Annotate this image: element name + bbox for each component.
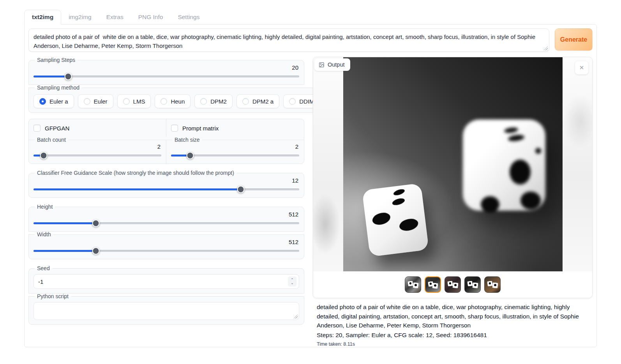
sampling-method-option[interactable]: Euler a (34, 94, 74, 108)
close-icon[interactable]: ✕ (575, 61, 588, 74)
tab-img2img[interactable]: img2img (61, 10, 99, 24)
batch-size-value: 2 (171, 143, 298, 150)
prompt-matrix-label: Prompt matrix (182, 125, 219, 132)
prompt-matrix-option: Prompt matrix (166, 119, 304, 137)
batch-size-label: Batch size (172, 137, 202, 143)
seed-group: Seed ⌃ ⌄ (28, 265, 304, 294)
prompt-box: detailed photo of a pair of white die on… (28, 28, 549, 52)
sampling-steps-label: Sampling Steps (35, 57, 78, 63)
prompt-input[interactable]: detailed photo of a pair of white die on… (29, 29, 549, 50)
radio-icon (123, 98, 130, 105)
generation-info: detailed photo of a pair of white die on… (313, 298, 593, 348)
gallery-thumbnails (313, 271, 592, 298)
radio-icon (200, 98, 207, 105)
tab-Extras[interactable]: Extras (99, 10, 131, 24)
width-label: Width (35, 231, 53, 237)
tab-bar: txt2imgimg2imgExtrasPNG InfoSettings (24, 9, 597, 24)
seed-input[interactable] (34, 274, 299, 288)
focused-die (362, 183, 429, 257)
caption-time: Time taken: 8.11s (317, 341, 590, 348)
caption-prompt: detailed photo of a pair of white die on… (317, 302, 590, 330)
sampling-steps-slider[interactable] (34, 72, 299, 80)
sd-webui-app: txt2imgimg2imgExtrasPNG InfoSettings det… (24, 9, 597, 347)
sampling-method-option[interactable]: LMS (117, 94, 151, 108)
sampling-method-option[interactable]: Euler (78, 94, 113, 108)
width-value: 512 (34, 239, 298, 246)
height-group: Height 512 (28, 204, 304, 232)
cfg-scale-slider[interactable] (34, 185, 299, 193)
tab-txt2img[interactable]: txt2img (24, 10, 61, 25)
cfg-scale-group: Classifier Free Guidance Scale (how stro… (28, 170, 304, 198)
seed-label: Seed (35, 265, 52, 271)
sampling-method-option[interactable]: DPM2 (194, 94, 233, 108)
radio-icon (84, 98, 90, 105)
gallery-thumbnail[interactable] (425, 276, 441, 293)
batch-size-group: Batch size 2 (166, 137, 304, 164)
height-value: 512 (34, 211, 298, 218)
radio-icon (289, 98, 296, 105)
gallery-thumbnail[interactable] (484, 276, 501, 293)
batch-count-label: Batch count (35, 137, 68, 143)
output-column: Output ✕ (313, 57, 593, 348)
height-label: Height (35, 204, 55, 210)
cfg-scale-label: Classifier Free Guidance Scale (how stro… (35, 170, 236, 176)
prompt-matrix-checkbox[interactable] (171, 125, 178, 132)
python-script-input[interactable] (34, 302, 299, 320)
gfpgan-label: GFPGAN (45, 125, 69, 132)
width-group: Width 512 (28, 231, 304, 259)
spinner-down-icon[interactable]: ⌄ (291, 281, 294, 285)
batch-size-slider[interactable] (171, 151, 299, 159)
gallery-thumbnail[interactable] (445, 276, 461, 293)
generate-button[interactable]: Generate (555, 28, 593, 51)
sampling-method-option[interactable]: Heun (155, 94, 191, 108)
radio-icon (39, 98, 46, 105)
sampling-method-option[interactable]: DPM2 a (236, 94, 279, 108)
cfg-scale-value: 12 (34, 177, 298, 184)
number-spinner[interactable]: ⌃ ⌄ (288, 276, 296, 287)
sampling-method-options: Euler aEulerLMSHeunDPM2DPM2 aDDIMPLMS (34, 94, 362, 108)
image-icon (319, 62, 325, 68)
height-slider[interactable] (34, 219, 299, 227)
gfpgan-checkbox[interactable] (34, 125, 41, 132)
radio-icon (161, 98, 167, 105)
caption-params: Steps: 20, Sampler: Euler a, CFG scale: … (317, 331, 590, 340)
batch-count-group: Batch count 2 (29, 137, 166, 164)
settings-column: Sampling Steps 20 Sampling method Euler … (28, 57, 304, 348)
image-viewer (313, 57, 592, 271)
sampling-steps-group: Sampling Steps 20 (28, 57, 304, 85)
output-gallery: Output ✕ (313, 57, 593, 298)
gfpgan-option: GFPGAN (29, 119, 166, 137)
python-script-group: Python script (28, 293, 304, 325)
sampling-method-label: Sampling method (35, 84, 82, 91)
viewer-right-margin (563, 57, 593, 271)
tab-PNG Info[interactable]: PNG Info (131, 10, 171, 24)
batch-options-group: GFPGAN Prompt matrix Batch count 2 (28, 119, 304, 164)
python-script-label: Python script (35, 293, 71, 299)
radio-icon (242, 98, 249, 105)
sampling-steps-value: 20 (34, 64, 298, 71)
viewer-left-margin (313, 57, 343, 271)
gallery-thumbnail[interactable] (405, 276, 421, 293)
generated-image[interactable] (343, 57, 563, 271)
txt2img-panel: detailed photo of a pair of white die on… (24, 24, 597, 347)
output-panel-label: Output (314, 58, 350, 71)
gallery-thumbnail[interactable] (464, 276, 481, 293)
tab-Settings[interactable]: Settings (170, 10, 207, 24)
batch-count-slider[interactable] (34, 151, 161, 159)
blurred-die (463, 120, 545, 211)
width-slider[interactable] (34, 247, 299, 255)
batch-count-value: 2 (34, 143, 161, 150)
